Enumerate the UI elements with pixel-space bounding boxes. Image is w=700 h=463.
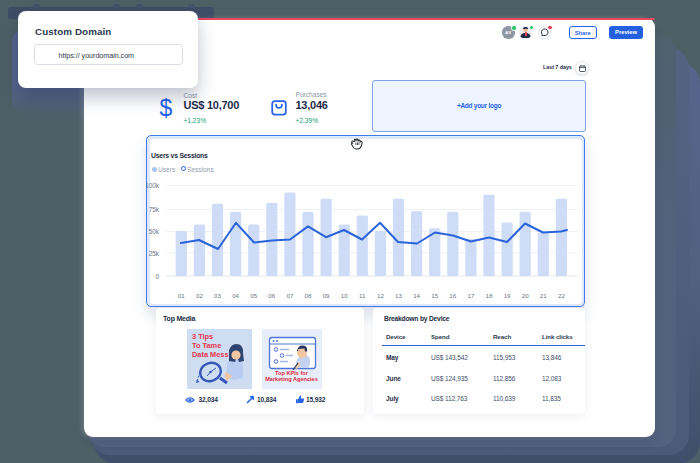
svg-text:25k: 25k	[149, 250, 160, 257]
svg-text:0: 0	[155, 273, 159, 280]
svg-text:12: 12	[377, 292, 384, 299]
svg-text:07: 07	[286, 292, 293, 299]
svg-text:06: 06	[268, 292, 275, 299]
svg-text:10: 10	[341, 292, 348, 299]
svg-text:18: 18	[486, 292, 493, 299]
svg-text:05: 05	[250, 292, 257, 299]
svg-text:02: 02	[196, 292, 203, 299]
svg-text:04: 04	[232, 292, 239, 299]
svg-text:50k: 50k	[149, 228, 160, 235]
svg-text:13: 13	[395, 292, 402, 299]
svg-text:03: 03	[214, 292, 221, 299]
svg-text:20: 20	[522, 292, 529, 299]
svg-text:19: 19	[504, 292, 511, 299]
svg-text:15: 15	[431, 292, 438, 299]
svg-text:22: 22	[558, 292, 565, 299]
svg-text:17: 17	[467, 292, 474, 299]
svg-text:21: 21	[540, 292, 547, 299]
svg-text:75k: 75k	[149, 206, 160, 213]
svg-text:08: 08	[305, 292, 312, 299]
svg-text:100k: 100k	[146, 182, 160, 189]
svg-text:16: 16	[449, 292, 456, 299]
svg-text:14: 14	[413, 292, 420, 299]
svg-text:11: 11	[359, 292, 366, 299]
svg-text:01: 01	[178, 292, 185, 299]
svg-text:09: 09	[323, 292, 330, 299]
